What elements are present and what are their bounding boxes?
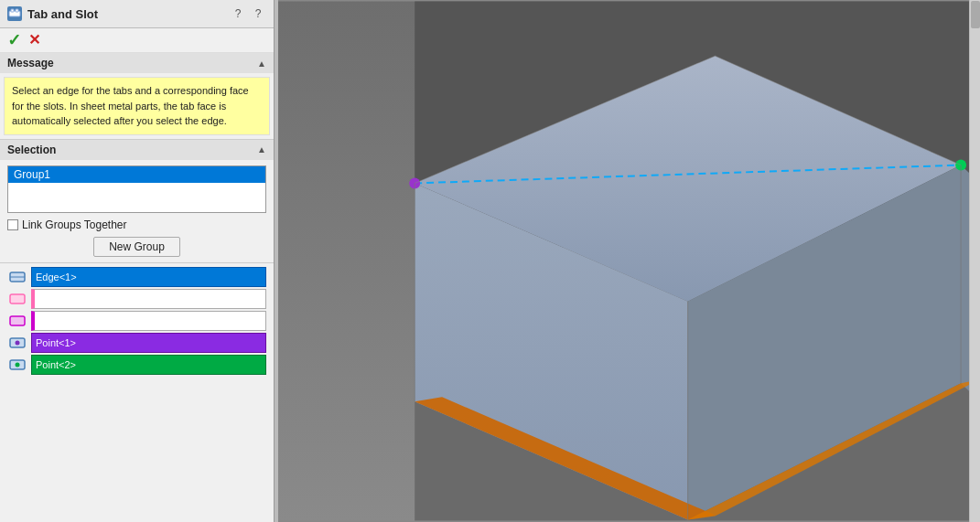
scrollbar-thumb[interactable] bbox=[971, 1, 980, 28]
left-panel: Tab and Slot ? ? ✓ ✕ Message ▲ Select an… bbox=[0, 0, 275, 522]
viewport[interactable] bbox=[278, 0, 980, 522]
pink-face-input-row bbox=[7, 289, 266, 309]
edge-icon bbox=[7, 267, 27, 287]
help-btn-2[interactable]: ? bbox=[250, 5, 266, 22]
point2-input[interactable] bbox=[31, 355, 266, 375]
svg-point-8 bbox=[16, 340, 20, 345]
link-groups-row: Link Groups Together bbox=[7, 217, 266, 233]
panel-title-icon bbox=[7, 6, 22, 21]
message-collapse-icon: ▲ bbox=[257, 59, 266, 69]
magenta-face-input-row bbox=[7, 311, 266, 331]
magenta-face-icon bbox=[7, 311, 27, 331]
cancel-button[interactable]: ✕ bbox=[28, 33, 40, 48]
ok-button[interactable]: ✓ bbox=[7, 32, 21, 48]
selection-collapse-icon: ▲ bbox=[257, 144, 266, 154]
message-content: Select an edge for the tabs and a corres… bbox=[4, 77, 270, 135]
message-section-title: Message bbox=[7, 57, 54, 69]
help-btn-1[interactable]: ? bbox=[230, 5, 246, 22]
point2-icon bbox=[7, 355, 27, 375]
toolbar-row: ✓ ✕ bbox=[0, 28, 274, 53]
svg-rect-1 bbox=[11, 9, 14, 12]
edge-input[interactable] bbox=[31, 267, 266, 287]
point2-input-row bbox=[7, 355, 266, 375]
panel-title: Tab and Slot bbox=[27, 7, 224, 21]
3d-scene bbox=[278, 0, 980, 522]
svg-rect-2 bbox=[16, 9, 18, 12]
pink-face-icon bbox=[7, 289, 27, 309]
svg-rect-5 bbox=[10, 294, 25, 304]
point1-input[interactable] bbox=[31, 333, 266, 353]
selection-content: Group1 Link Groups Together New Group bbox=[0, 160, 274, 262]
link-groups-label: Link Groups Together bbox=[22, 218, 127, 231]
link-groups-checkbox[interactable] bbox=[7, 219, 18, 230]
group-list[interactable]: Group1 bbox=[7, 165, 266, 213]
pink-face-input[interactable] bbox=[31, 289, 266, 309]
header-icons: ? ? bbox=[230, 5, 266, 22]
svg-rect-6 bbox=[10, 316, 25, 325]
panel-header: Tab and Slot ? ? bbox=[0, 0, 274, 28]
magenta-face-input[interactable] bbox=[31, 311, 266, 331]
svg-point-10 bbox=[16, 362, 20, 367]
point1-input-row bbox=[7, 333, 266, 353]
panel-body: Message ▲ Select an edge for the tabs an… bbox=[0, 53, 274, 522]
selection-section-title: Selection bbox=[7, 144, 56, 156]
group-item-1[interactable]: Group1 bbox=[8, 166, 265, 183]
new-group-button[interactable]: New Group bbox=[93, 237, 180, 257]
viewport-scrollbar[interactable] bbox=[969, 0, 980, 522]
message-section-header[interactable]: Message ▲ bbox=[0, 53, 274, 73]
selection-section-header[interactable]: Selection ▲ bbox=[0, 140, 274, 160]
selection-section: Selection ▲ Group1 Link Groups Together … bbox=[0, 140, 274, 263]
input-rows bbox=[0, 263, 274, 378]
message-section: Message ▲ Select an edge for the tabs an… bbox=[0, 53, 274, 140]
edge-input-row bbox=[7, 267, 266, 287]
point1-icon bbox=[7, 333, 27, 353]
